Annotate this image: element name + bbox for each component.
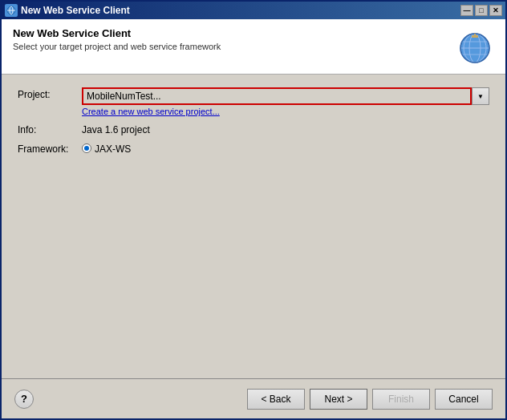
framework-row: Framework: JAX-WS — [18, 142, 489, 155]
content-area: New Web Service Client Select your targe… — [2, 19, 505, 418]
header-text: New Web Service Client Select your targe… — [13, 27, 456, 51]
framework-value-row: JAX-WS — [82, 142, 131, 155]
info-label: Info: — [18, 123, 82, 135]
cancel-button[interactable]: Cancel — [435, 389, 493, 410]
window-icon — [5, 4, 18, 17]
framework-label: Framework: — [18, 142, 82, 155]
title-bar: New Web Service Client — □ ✕ — [2, 2, 505, 19]
project-row: Project: Create a new web service projec… — [18, 87, 489, 116]
footer-buttons: < Back Next > Finish Cancel — [247, 389, 493, 410]
project-combo — [82, 87, 489, 105]
project-field: Create a new web service project... — [82, 87, 489, 116]
header-icon — [456, 27, 494, 66]
footer: ? < Back Next > Finish Cancel — [2, 378, 505, 418]
main-form: Project: Create a new web service projec… — [2, 75, 505, 378]
project-input[interactable] — [82, 87, 472, 105]
info-row: Info: Java 1.6 project — [18, 123, 489, 135]
main-window: New Web Service Client — □ ✕ New Web Ser… — [0, 0, 507, 420]
jaxws-radio[interactable] — [82, 143, 91, 153]
project-dropdown-button[interactable] — [472, 87, 489, 105]
footer-left: ? — [14, 390, 34, 409]
help-button[interactable]: ? — [14, 390, 34, 409]
back-button[interactable]: < Back — [247, 389, 305, 410]
window-title: New Web Service Client — [21, 5, 130, 16]
finish-button[interactable]: Finish — [372, 389, 430, 410]
title-bar-left: New Web Service Client — [5, 4, 130, 17]
maximize-button[interactable]: □ — [475, 5, 488, 16]
title-bar-buttons: — □ ✕ — [460, 5, 502, 16]
close-button[interactable]: ✕ — [489, 5, 502, 16]
framework-value: JAX-WS — [95, 142, 131, 155]
page-title: New Web Service Client — [13, 27, 456, 39]
header-section: New Web Service Client Select your targe… — [2, 19, 505, 75]
globe-icon — [456, 27, 494, 66]
next-button[interactable]: Next > — [310, 389, 367, 410]
create-project-link[interactable]: Create a new web service project... — [82, 107, 489, 116]
project-label: Project: — [18, 87, 82, 100]
page-subtitle: Select your target project and web servi… — [13, 42, 456, 51]
info-value: Java 1.6 project — [82, 123, 150, 135]
minimize-button[interactable]: — — [460, 5, 473, 16]
